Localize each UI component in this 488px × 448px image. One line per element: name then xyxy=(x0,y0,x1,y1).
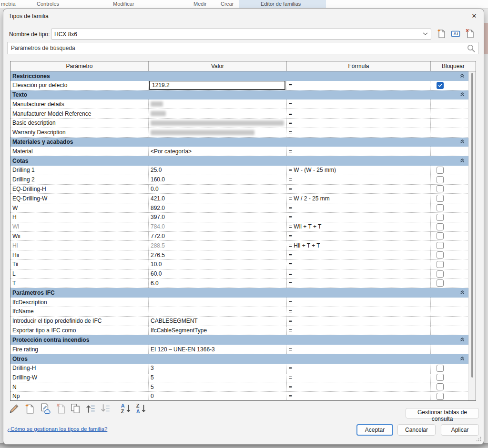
param-value-cell[interactable]: EI 120 – UNE-EN 1366-3 xyxy=(149,345,287,354)
duplicate-parameter-icon[interactable] xyxy=(69,403,81,415)
param-formula-cell[interactable]: = xyxy=(287,326,431,335)
param-formula-cell[interactable]: = xyxy=(287,279,431,288)
collapse-section-icon[interactable] xyxy=(459,90,465,99)
param-formula-cell[interactable]: = xyxy=(287,119,431,128)
collapse-section-icon[interactable] xyxy=(459,138,465,146)
collapse-section-icon[interactable] xyxy=(459,355,465,363)
param-value-cell[interactable]: <Por categoría> xyxy=(149,147,287,156)
value-edit-box[interactable]: 1219.2 xyxy=(149,81,285,90)
collapse-section-icon[interactable] xyxy=(459,289,465,297)
param-formula-cell[interactable]: = xyxy=(287,147,431,156)
sort-descending-icon[interactable]: ZA xyxy=(135,403,147,415)
collapse-section-icon[interactable] xyxy=(459,336,465,344)
param-formula-cell[interactable]: = xyxy=(287,345,431,354)
param-formula-cell[interactable]: = xyxy=(287,128,431,137)
collapse-section-icon[interactable] xyxy=(459,72,465,80)
lock-checkbox[interactable] xyxy=(437,185,444,192)
param-value-cell[interactable]: 397.0 xyxy=(149,213,287,222)
lock-checkbox[interactable] xyxy=(437,167,444,174)
param-formula-cell[interactable]: = xyxy=(287,185,431,194)
accept-button[interactable]: Aceptar xyxy=(356,424,393,436)
type-name-combobox[interactable]: HCX 8x6 xyxy=(51,29,431,40)
param-formula-cell[interactable]: = xyxy=(287,382,431,391)
param-formula-cell[interactable]: = xyxy=(287,100,431,109)
lock-checkbox[interactable] xyxy=(437,242,444,249)
param-formula-cell[interactable]: = xyxy=(287,250,431,259)
section-header-materiales-y-acabados[interactable]: Materiales y acabados xyxy=(10,138,476,147)
section-header-otros[interactable]: Otros xyxy=(10,354,476,364)
param-formula-cell[interactable]: = xyxy=(287,269,431,279)
close-button[interactable]: ✕ xyxy=(469,11,479,21)
section-header-parametros-ifc[interactable]: Parámetros IFC xyxy=(10,288,476,298)
new-type-button[interactable] xyxy=(436,28,447,40)
lock-checkbox[interactable] xyxy=(437,204,444,211)
param-value-cell[interactable]: 276.5 xyxy=(149,250,287,259)
param-value-cell[interactable]: 10.0 xyxy=(149,260,287,269)
param-value-cell[interactable] xyxy=(149,109,287,118)
param-value-cell[interactable]: 0 xyxy=(149,392,287,400)
lock-checkbox[interactable] xyxy=(437,176,444,183)
param-formula-cell[interactable]: = xyxy=(287,317,431,326)
lock-checkbox[interactable] xyxy=(437,223,444,230)
resize-grip[interactable] xyxy=(477,437,481,441)
lock-checkbox[interactable] xyxy=(437,270,444,278)
section-header-proteccion-contra-incendios[interactable]: Protección contra incendios xyxy=(10,335,476,345)
lock-checkbox[interactable] xyxy=(437,195,444,202)
param-value-cell[interactable]: 421.0 xyxy=(149,194,287,203)
param-formula-cell[interactable]: = xyxy=(287,109,431,118)
param-value-cell[interactable]: 0.0 xyxy=(149,185,287,194)
param-value-cell[interactable]: 892.0 xyxy=(149,203,287,212)
help-link[interactable]: ¿Cómo se gestionan los tipos de familia? xyxy=(7,426,107,432)
lock-checkbox[interactable] xyxy=(437,393,444,400)
param-value-cell[interactable]: 5 xyxy=(149,373,287,382)
dialog-titlebar[interactable]: Tipos de familia ✕ xyxy=(3,9,484,23)
rename-type-button[interactable]: A xyxy=(450,28,461,40)
delete-type-button[interactable] xyxy=(464,28,476,40)
param-formula-cell[interactable]: = xyxy=(287,364,431,373)
lock-checkbox[interactable] xyxy=(437,383,444,390)
lock-checkbox[interactable] xyxy=(437,232,444,239)
shared-parameter-icon[interactable] xyxy=(39,403,51,415)
lock-checkbox[interactable] xyxy=(437,82,444,89)
param-value-cell[interactable]: 3 xyxy=(149,364,287,373)
ribbon-tab-crear[interactable]: Crear xyxy=(221,1,234,7)
param-value-cell[interactable]: 60.0 xyxy=(149,269,287,279)
lock-checkbox[interactable] xyxy=(437,251,444,259)
param-value-cell[interactable] xyxy=(149,307,287,316)
lock-checkbox[interactable] xyxy=(437,279,444,287)
cancel-button[interactable]: Cancelar xyxy=(397,424,436,436)
param-formula-cell[interactable]: = xyxy=(287,373,431,382)
param-formula-cell[interactable]: = W / 2 - 25 mm xyxy=(287,194,431,203)
param-value-cell[interactable] xyxy=(149,119,287,128)
lock-checkbox[interactable] xyxy=(437,365,444,372)
lock-checkbox[interactable] xyxy=(437,214,444,221)
search-parameters-input[interactable]: Parámetros de búsqueda xyxy=(7,42,478,54)
ribbon-tab-geometria[interactable]: metria xyxy=(1,1,16,7)
section-header-texto[interactable]: Texto xyxy=(10,90,476,100)
edit-parameter-icon[interactable] xyxy=(8,403,20,415)
param-formula-cell[interactable]: = Hii + T + T xyxy=(287,241,431,250)
move-up-icon[interactable] xyxy=(84,403,97,415)
new-parameter-icon[interactable] xyxy=(23,403,36,415)
param-formula-cell[interactable]: = xyxy=(287,307,431,316)
scrollbar-thumb[interactable] xyxy=(471,73,473,378)
move-down-icon[interactable] xyxy=(99,403,112,415)
param-formula-cell[interactable]: = xyxy=(287,392,431,400)
param-formula-cell[interactable]: = xyxy=(287,81,431,90)
param-value-cell[interactable] xyxy=(149,298,287,307)
collapse-section-icon[interactable] xyxy=(459,157,465,165)
section-header-cotas[interactable]: Cotas xyxy=(10,156,476,166)
lock-checkbox[interactable] xyxy=(437,261,444,268)
param-value-cell[interactable]: IfcCableSegmentType xyxy=(149,326,287,335)
vertical-scrollbar[interactable] xyxy=(468,71,476,400)
ribbon-tab-editor-de-familias[interactable]: Editor de familias xyxy=(261,1,301,7)
param-value-cell[interactable]: CABLESEGMENT xyxy=(149,317,287,326)
param-value-cell[interactable]: 772.0 xyxy=(149,232,287,241)
lock-checkbox[interactable] xyxy=(437,374,444,381)
param-formula-cell[interactable]: = xyxy=(287,213,431,222)
param-value-cell[interactable] xyxy=(149,128,287,137)
manage-lookup-tables-button[interactable]: Gestionar tablas de consulta xyxy=(406,408,479,418)
section-header-restricciones[interactable]: Restricciones xyxy=(10,71,476,81)
delete-parameter-icon[interactable] xyxy=(55,403,67,415)
param-value-cell[interactable] xyxy=(149,100,287,109)
